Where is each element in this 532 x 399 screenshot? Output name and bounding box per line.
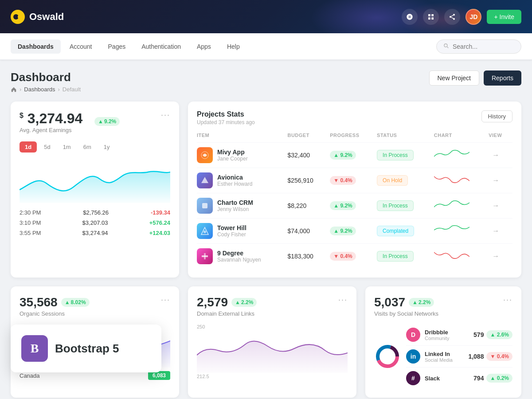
links-label: Domain External Links <box>197 310 257 317</box>
logo-icon <box>11 10 25 24</box>
project-person: Jenny Wilson <box>217 206 253 212</box>
links-stat-area: 2,579 ▲ 2.2% Domain External Links <box>197 295 257 324</box>
project-name: Charto CRM <box>217 199 253 206</box>
status-badge: In Process <box>377 200 414 211</box>
country-name: Canada <box>20 372 40 379</box>
project-item-info: Tower Hill Cody Fisher <box>197 223 280 239</box>
nav-item-authentication[interactable]: Authentication <box>134 39 188 54</box>
social-number: 5,037 <box>374 295 405 309</box>
earnings-more-btn[interactable]: ··· <box>161 110 170 120</box>
project-progress: ▲ 9.2% <box>326 193 373 219</box>
linkedin-count: 1,088 <box>462 353 484 360</box>
earnings-chart <box>20 159 170 203</box>
projects-title-area: Projects Stats Updated 37 minutes ago <box>197 110 255 125</box>
project-avatar <box>197 172 213 188</box>
grid-icon-btn[interactable] <box>423 9 439 25</box>
entry-amount: $3,274.94 <box>82 230 108 236</box>
share-icon-btn[interactable] <box>444 9 460 25</box>
invite-button[interactable]: + Invite <box>487 10 521 24</box>
view-button[interactable]: → <box>489 225 503 237</box>
project-name: Avionica <box>217 174 252 181</box>
social-network-dribbble: D Dribbble Community 579 ▲ 2.6% <box>406 324 512 346</box>
time-filters: 1d 5d 1m 6m 1y <box>20 141 170 153</box>
social-number-row: 5,037 ▲ 2.2% <box>374 295 438 309</box>
top-cards-grid: $ 3,274.94 ▲ 9.2% Avg. Agent Earnings ··… <box>11 102 521 278</box>
projects-title: Projects Stats <box>197 110 255 118</box>
view-button[interactable]: → <box>489 175 503 186</box>
project-item-info: 9 Degree Savannah Nguyen <box>197 248 280 264</box>
project-item-info: Charto CRM Jenny Wilson <box>197 198 280 214</box>
time-entries: 2:30 PM $2,756.26 -139.34 3:10 PM $3,207… <box>20 209 170 236</box>
page-header: Dashboard › Dashboards › Default New Pro… <box>11 70 521 93</box>
table-row: 9 Degree Savannah Nguyen $183,300 ▼ 0.4%… <box>197 244 512 269</box>
nav-item-pages[interactable]: Pages <box>101 39 133 54</box>
mini-chart <box>434 223 469 237</box>
reports-button[interactable]: Reports <box>484 70 521 86</box>
time-filter-5d[interactable]: 5d <box>39 141 55 153</box>
col-progress: PROGRESS <box>326 133 373 143</box>
earnings-value: 3,274.94 <box>27 110 83 126</box>
project-item-info: Mivy App Jane Cooper <box>197 147 280 163</box>
linkedin-type: Social Media <box>425 357 462 363</box>
nav-item-account[interactable]: Account <box>63 39 99 54</box>
links-card: 2,579 ▲ 2.2% Domain External Links ··· 2… <box>188 286 356 398</box>
breadcrumb-dashboards[interactable]: Dashboards <box>24 86 55 93</box>
project-name: Mivy App <box>217 149 248 156</box>
table-row: Tower Hill Cody Fisher $74,000 ▲ 9.2% Co… <box>197 219 512 244</box>
new-project-button[interactable]: New Project <box>429 70 479 86</box>
breadcrumb-default: Default <box>63 86 81 93</box>
earnings-amount-area: $ 3,274.94 ▲ 9.2% Avg. Agent Earnings <box>20 110 120 140</box>
slack-name: Slack <box>425 375 462 382</box>
time-entry-3: 3:55 PM $3,274.94 +124.03 <box>20 230 170 236</box>
search-input[interactable] <box>453 43 515 50</box>
earnings-badge: ▲ 9.2% <box>94 117 120 126</box>
col-item: ITEM <box>197 133 284 143</box>
history-button[interactable]: History <box>481 110 512 122</box>
view-button[interactable]: → <box>489 250 503 262</box>
entry-time: 3:55 PM <box>20 230 41 236</box>
svg-point-2 <box>18 15 21 19</box>
col-status: STATUS <box>373 133 430 143</box>
currency-symbol: $ <box>20 112 23 119</box>
breadcrumb: › Dashboards › Default <box>11 86 81 93</box>
project-name: Tower Hill <box>217 224 246 231</box>
nav-item-apps[interactable]: Apps <box>190 39 218 54</box>
time-filter-6m[interactable]: 6m <box>78 141 97 153</box>
sessions-number-row: 35,568 ▲ 8.02% <box>20 295 90 309</box>
project-budget: $74,000 <box>284 219 326 244</box>
social-more-btn[interactable]: ··· <box>503 295 512 305</box>
svg-line-6 <box>451 17 454 19</box>
view-button[interactable]: → <box>489 200 503 211</box>
social-label: Visits by Social Networks <box>374 310 438 317</box>
social-network-linkedin: in Linked In Social Media 1,088 ▼ 0.4% <box>406 346 512 368</box>
dribbble-count: 579 <box>462 331 484 338</box>
dribbble-name: Dribbble <box>425 329 462 336</box>
earnings-card: $ 3,274.94 ▲ 9.2% Avg. Agent Earnings ··… <box>11 102 179 278</box>
time-filter-1d[interactable]: 1d <box>20 141 37 153</box>
project-avatar <box>197 147 213 163</box>
notification-icon-btn[interactable] <box>402 9 418 25</box>
time-filter-1y[interactable]: 1y <box>98 141 115 153</box>
social-stat-area: 5,037 ▲ 2.2% Visits by Social Networks <box>374 295 438 324</box>
project-person: Esther Howard <box>217 181 252 187</box>
svg-line-7 <box>451 15 454 16</box>
social-header: 5,037 ▲ 2.2% Visits by Social Networks ·… <box>374 295 512 324</box>
nav-item-dashboards[interactable]: Dashboards <box>11 39 61 54</box>
projects-card: Projects Stats Updated 37 minutes ago Hi… <box>188 102 521 278</box>
linkedin-icon: in <box>406 349 420 364</box>
time-filter-1m[interactable]: 1m <box>58 141 76 153</box>
mini-chart <box>434 173 469 186</box>
main-content: Dashboard › Dashboards › Default New Pro… <box>0 60 532 399</box>
links-chart-labels: 250 <box>197 324 348 329</box>
sessions-more-btn[interactable]: ··· <box>161 295 170 305</box>
social-networks-list: D Dribbble Community 579 ▲ 2.6% in Linke… <box>406 324 512 389</box>
links-more-btn[interactable]: ··· <box>338 295 348 305</box>
nav-item-help[interactable]: Help <box>220 39 247 54</box>
table-row: Charto CRM Jenny Wilson $8,220 ▲ 9.2% In… <box>197 193 512 219</box>
social-donut-chart <box>374 343 401 370</box>
status-badge: On Hold <box>377 175 408 186</box>
search-icon <box>443 43 449 51</box>
avatar[interactable]: JD <box>466 9 481 25</box>
status-badge: In Process <box>377 251 414 262</box>
view-button[interactable]: → <box>489 149 503 161</box>
